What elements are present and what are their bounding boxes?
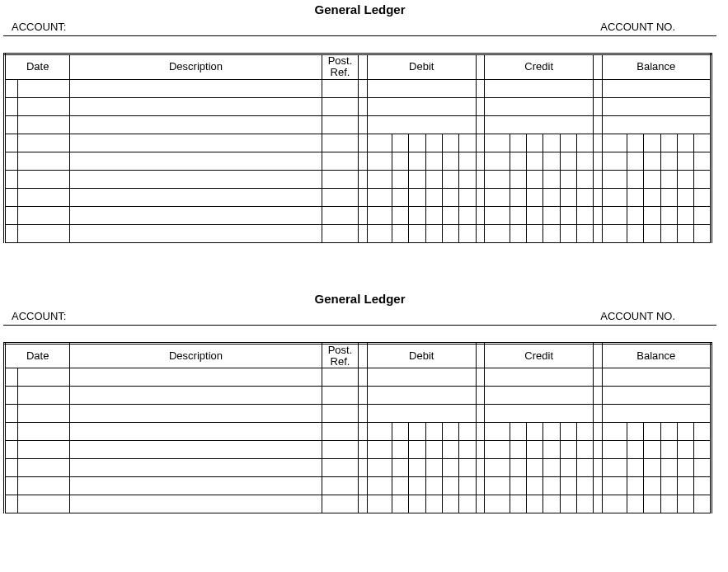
col-credit: Credit bbox=[485, 343, 594, 368]
table-row bbox=[5, 115, 712, 134]
table-row bbox=[5, 405, 712, 423]
ledger-table: Date Description Post. Ref. Debit Credit… bbox=[3, 342, 712, 514]
col-date: Date bbox=[5, 54, 70, 80]
table-row bbox=[5, 387, 712, 405]
ledger-header-row: ACCOUNT: ACCOUNT NO. bbox=[3, 18, 716, 36]
account-no-label: ACCOUNT NO. bbox=[600, 310, 675, 322]
col-debit: Debit bbox=[367, 54, 476, 80]
table-row bbox=[5, 224, 712, 242]
account-label: ACCOUNT: bbox=[12, 21, 66, 33]
table-row bbox=[5, 495, 712, 513]
table-row bbox=[5, 134, 712, 152]
ledger-header-row: ACCOUNT: ACCOUNT NO. bbox=[3, 307, 716, 326]
table-row bbox=[5, 206, 712, 224]
col-balance: Balance bbox=[602, 343, 712, 368]
table-row bbox=[5, 97, 712, 115]
col-credit: Credit bbox=[485, 54, 594, 80]
table-row bbox=[5, 188, 712, 206]
col-description: Description bbox=[70, 54, 322, 80]
table-row bbox=[5, 170, 712, 188]
col-debit: Debit bbox=[367, 343, 476, 368]
ledger-2: General Ledger ACCOUNT: ACCOUNT NO. Date… bbox=[3, 289, 716, 514]
col-post-ref: Post. Ref. bbox=[322, 343, 359, 368]
ledger-title: General Ledger bbox=[3, 0, 716, 18]
table-row bbox=[5, 477, 712, 495]
col-description: Description bbox=[70, 343, 322, 368]
col-date: Date bbox=[5, 343, 70, 368]
table-row bbox=[5, 368, 712, 387]
account-label: ACCOUNT: bbox=[12, 310, 66, 322]
table-row bbox=[5, 79, 712, 97]
col-post-ref: Post. Ref. bbox=[322, 54, 359, 80]
ledger-1: General Ledger ACCOUNT: ACCOUNT NO. Date… bbox=[3, 0, 716, 243]
col-balance: Balance bbox=[602, 54, 712, 80]
ledger-title: General Ledger bbox=[3, 289, 716, 307]
account-no-label: ACCOUNT NO. bbox=[600, 21, 675, 33]
table-row bbox=[5, 459, 712, 477]
table-row bbox=[5, 441, 712, 459]
table-row bbox=[5, 423, 712, 441]
table-row bbox=[5, 152, 712, 170]
ledger-table: Date Description Post. Ref. Debit Credit… bbox=[3, 53, 712, 243]
